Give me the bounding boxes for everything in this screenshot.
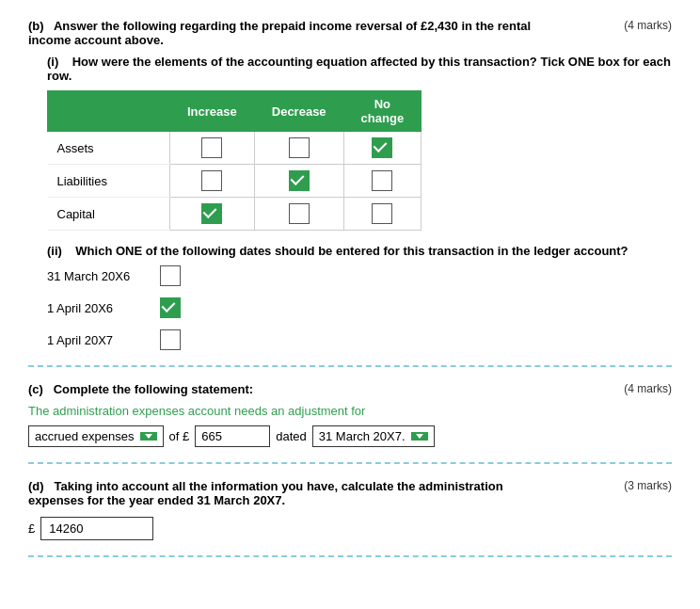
table-row: Capital [48, 198, 422, 231]
part-d-label: (d) [28, 479, 44, 493]
assets-nochange-cell[interactable] [343, 132, 422, 165]
part-b-header: (b) Answer the following regarding the p… [28, 19, 672, 47]
dropdown-accrued-btn[interactable] [140, 432, 157, 441]
dated-dropdown-btn[interactable] [411, 432, 428, 441]
part-d-text: Taking into account all the information … [28, 479, 503, 507]
dated-dropdown[interactable]: 31 March 20X7. [312, 425, 435, 447]
table-header-empty [48, 91, 170, 132]
liabilities-decrease-cell[interactable] [254, 165, 343, 198]
of-label: of £ [169, 429, 190, 443]
liabilities-nochange-checkbox[interactable] [372, 170, 392, 191]
sub-question-i: (i) How were the elements of the account… [47, 55, 672, 231]
table-header-nochange: No change [343, 91, 422, 132]
row-label-assets: Assets [48, 132, 170, 165]
capital-increase-checkbox[interactable] [201, 203, 222, 224]
dropdown-accrued[interactable]: accrued expenses [28, 425, 164, 447]
date-option-1[interactable]: 31 March 20X6 [47, 265, 672, 286]
part-b-label: (b) [28, 19, 44, 33]
dropdown-accrued-arrow-icon [145, 434, 152, 439]
answer-field: £ [28, 517, 672, 540]
currency-symbol: £ [28, 521, 35, 536]
part-d-header: (d) Taking into account all the informat… [28, 479, 672, 507]
table-row: Assets [48, 132, 422, 165]
divider-bottom [28, 555, 672, 557]
date-checkbox-2[interactable] [160, 297, 181, 318]
row-label-capital: Capital [48, 198, 170, 231]
divider-bc [28, 365, 672, 367]
capital-decrease-checkbox[interactable] [289, 203, 310, 224]
table-header-decrease: Decrease [254, 91, 343, 132]
part-c-label: (c) [28, 382, 43, 396]
dated-label: dated [276, 429, 307, 443]
part-d-marks: (3 marks) [624, 479, 672, 492]
accounting-table: Increase Decrease No change Assets [47, 90, 422, 231]
assets-decrease-cell[interactable] [254, 132, 343, 165]
sub-i-label: (i) How were the elements of the account… [47, 55, 672, 83]
part-b-marks: (4 marks) [624, 19, 672, 32]
table-row: Liabilities [48, 165, 422, 198]
date-label-1: 31 March 20X6 [47, 269, 151, 283]
dated-value: 31 March 20X7. [319, 429, 406, 443]
part-b-section: (b) Answer the following regarding the p… [28, 19, 672, 350]
assets-increase-checkbox[interactable] [201, 137, 222, 158]
liabilities-increase-cell[interactable] [170, 165, 255, 198]
date-checkbox-3[interactable] [160, 329, 181, 350]
sub-ii-label: (ii) Which ONE of the following dates sh… [47, 244, 672, 258]
dated-dropdown-arrow-icon [416, 434, 423, 439]
part-b-question: (b) Answer the following regarding the p… [28, 19, 555, 47]
liabilities-nochange-cell[interactable] [343, 165, 422, 198]
capital-increase-cell[interactable] [170, 198, 255, 231]
sub-question-ii: (ii) Which ONE of the following dates sh… [47, 244, 672, 350]
liabilities-decrease-checkbox[interactable] [289, 170, 310, 191]
date-option-2[interactable]: 1 April 20X6 [47, 297, 672, 318]
statement-prefix: The administration expenses account need… [28, 404, 672, 418]
dropdown-accrued-value: accrued expenses [35, 429, 135, 443]
part-d-section: (d) Taking into account all the informat… [28, 479, 672, 540]
liabilities-increase-checkbox[interactable] [201, 170, 222, 191]
date-option-3[interactable]: 1 April 20X7 [47, 329, 672, 350]
statement-row: accrued expenses of £ dated 31 March 20X… [28, 425, 672, 447]
part-d-question: (d) Taking into account all the informat… [28, 479, 555, 507]
part-c-marks: (4 marks) [624, 382, 672, 395]
capital-nochange-cell[interactable] [343, 198, 422, 231]
capital-nochange-checkbox[interactable] [372, 203, 392, 224]
date-checkbox-1[interactable] [160, 265, 181, 286]
row-label-liabilities: Liabilities [48, 165, 170, 198]
assets-nochange-checkbox[interactable] [372, 137, 392, 158]
part-c-text: Complete the following statement: [54, 382, 253, 396]
amount-input[interactable] [195, 425, 270, 447]
part-c-header: (c) Complete the following statement: (4… [28, 382, 672, 396]
answer-input[interactable] [40, 517, 153, 540]
divider-cd [28, 462, 672, 464]
date-label-2: 1 April 20X6 [47, 301, 151, 315]
part-c-section: (c) Complete the following statement: (4… [28, 382, 672, 447]
table-header-increase: Increase [170, 91, 255, 132]
assets-increase-cell[interactable] [170, 132, 255, 165]
part-b-text: Answer the following regarding the prepa… [28, 19, 531, 47]
assets-decrease-checkbox[interactable] [289, 137, 310, 158]
date-label-3: 1 April 20X7 [47, 333, 151, 347]
capital-decrease-cell[interactable] [254, 198, 343, 231]
part-c-question: (c) Complete the following statement: [28, 382, 253, 396]
